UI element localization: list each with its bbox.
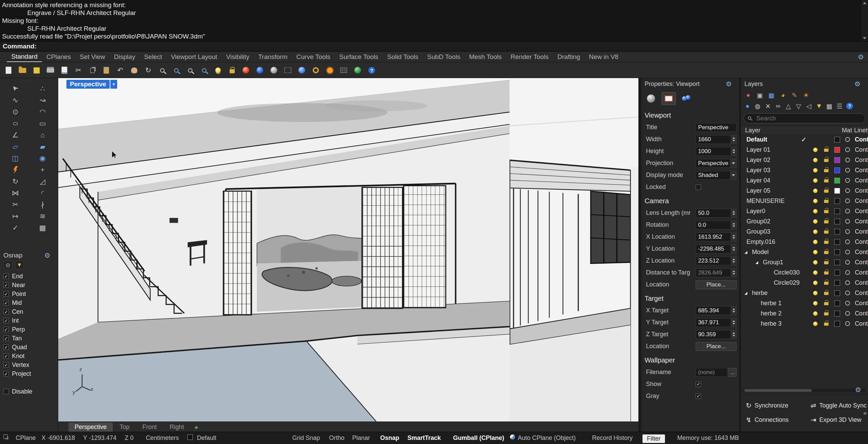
layers-gear-icon[interactable]: ⚙ <box>854 80 861 88</box>
zoom-selected-icon[interactable] <box>198 64 210 76</box>
bulb-icon[interactable] <box>813 281 818 285</box>
osnap-perp[interactable]: ✓Perp <box>0 325 58 334</box>
help-icon[interactable]: ? <box>366 64 377 76</box>
tab-transform[interactable]: Transform <box>254 52 292 62</box>
command-line[interactable]: Command: <box>0 41 868 51</box>
zoom-icon[interactable] <box>156 64 168 76</box>
fillet-tool[interactable]: ◜ <box>29 187 56 199</box>
material-icon[interactable] <box>845 188 850 193</box>
units-pane[interactable]: Centimeters <box>146 434 179 442</box>
bulb-icon[interactable] <box>813 230 818 234</box>
osnap-knot[interactable]: ✓Knot <box>0 352 58 360</box>
bulb-icon[interactable] <box>813 148 818 152</box>
lock-icon[interactable] <box>824 282 828 285</box>
color-swatch[interactable] <box>834 280 840 286</box>
bulb-icon[interactable] <box>813 158 818 162</box>
viewport-title[interactable]: Perspective <box>66 80 110 89</box>
auto-cplane-toggle[interactable]: Auto CPlane (Object) <box>518 434 576 442</box>
connections-button[interactable]: ↯Connections <box>746 416 810 424</box>
tab-viewport-layout[interactable]: Viewport Layout <box>167 52 222 62</box>
rotate-tool[interactable]: ↻ <box>2 176 29 187</box>
zoom-window-icon[interactable] <box>170 64 182 76</box>
osnap-quad[interactable]: ✓Quad <box>0 343 58 352</box>
target-z-input[interactable]: 90.359 <box>696 330 737 339</box>
check-tool[interactable]: ✓ <box>2 222 29 234</box>
new-sublayer-icon[interactable]: ◍ <box>753 101 762 111</box>
material-icon[interactable] <box>845 229 850 234</box>
bulb-icon[interactable] <box>813 168 818 173</box>
color-swatch[interactable] <box>834 157 840 163</box>
viewport-tab-perspective[interactable]: Perspective <box>68 423 113 432</box>
wallpaper-browse-button[interactable]: ... <box>728 368 737 377</box>
material-icon[interactable] <box>845 198 850 203</box>
material-icon[interactable] <box>845 270 850 275</box>
color-swatch[interactable] <box>834 290 840 296</box>
layer-row[interactable]: Group02Continuous <box>741 217 868 227</box>
material-icon[interactable] <box>845 311 850 316</box>
tab-solid-tools[interactable]: Solid Tools <box>383 52 423 62</box>
record-history-toggle[interactable]: Record History <box>592 434 633 442</box>
lock-icon[interactable] <box>824 149 828 152</box>
toggle-auto-sync-button[interactable]: ⇌Toggle Auto Sync <box>810 401 867 410</box>
expand-icon[interactable]: ◢ <box>744 250 747 254</box>
osnap-near[interactable]: ✓Near <box>0 281 58 290</box>
tab-curve-tools[interactable]: Curve Tools <box>292 52 335 62</box>
rotate-view-icon[interactable]: ↻ <box>142 64 154 76</box>
color-swatch[interactable] <box>834 300 840 306</box>
polyline-tool[interactable]: ∠ <box>2 129 29 141</box>
layer-row[interactable]: Layer 01Continuous <box>741 145 868 155</box>
lock-icon[interactable] <box>824 190 828 193</box>
mirror-tool[interactable]: ⋈ <box>2 187 29 199</box>
layer-row[interactable]: Layer 05Continuous <box>741 186 868 196</box>
color-swatch[interactable] <box>834 188 840 194</box>
layer-row[interactable]: Layer0Continuous <box>741 206 868 217</box>
sun-icon[interactable]: ☀ <box>801 90 811 100</box>
light-icon[interactable] <box>212 64 224 76</box>
layer-row[interactable]: Circle030Continuous <box>741 268 868 278</box>
hatch-tool[interactable]: ▩ <box>29 222 56 234</box>
menubar-gear-icon[interactable]: ⚙ <box>858 53 864 61</box>
target-x-input[interactable]: 685.394 <box>696 306 737 315</box>
smarttrack-toggle[interactable]: SmartTrack <box>407 434 441 442</box>
projection-select[interactable]: Perspective <box>696 159 737 168</box>
osnap-point[interactable]: ✓Point <box>0 290 58 298</box>
layer-group-row[interactable]: ◢Group1Continuous <box>741 257 868 268</box>
object-properties-tab-icon[interactable] <box>644 92 658 105</box>
viewport-tab-front[interactable]: Front <box>136 423 163 432</box>
more-chevrons[interactable]: » <box>863 410 867 417</box>
layer-row[interactable]: Layer 03Continuous <box>741 165 868 176</box>
osnap-toggle[interactable]: Osnap <box>380 434 399 442</box>
viewport[interactable]: Perspective ▼ z y x Perspective Top Fron… <box>58 78 638 432</box>
point-tool[interactable]: ∴ <box>29 83 56 94</box>
bulb-icon[interactable] <box>813 311 818 316</box>
select-objects-icon[interactable]: ∞ <box>774 101 782 111</box>
color-swatch[interactable] <box>834 270 840 276</box>
layer-row[interactable]: Layer 02Continuous <box>741 155 868 165</box>
help-icon[interactable]: ? <box>846 103 853 109</box>
tab-cplanes[interactable]: CPlanes <box>42 52 75 62</box>
scale-tool[interactable]: ◿ <box>29 176 56 187</box>
material-icon[interactable] <box>845 137 850 142</box>
layer-row[interactable]: Empty.016Continuous <box>741 237 868 247</box>
rotation-input[interactable]: 0.0 <box>696 221 737 230</box>
bulb-icon[interactable] <box>813 219 818 224</box>
interpcrv-tool[interactable]: ↝ <box>29 94 56 106</box>
lock-icon[interactable] <box>226 64 238 76</box>
tab-visibility[interactable]: Visibility <box>222 52 254 62</box>
layout-icon[interactable] <box>3 434 7 439</box>
tab-standard[interactable]: Standard <box>7 52 42 62</box>
sphere-tool[interactable]: ◉ <box>29 152 56 164</box>
collapse-icon[interactable]: ◁ <box>804 101 813 111</box>
bulb-icon[interactable] <box>813 270 818 275</box>
osnap-cen[interactable]: ✓Cen <box>0 307 58 316</box>
wallpaper-show-checkbox[interactable]: ✓ <box>696 382 701 387</box>
layer-row[interactable]: herbe 2Continuous <box>741 309 868 319</box>
color-swatch[interactable] <box>834 219 840 224</box>
viewport-tab-top[interactable]: Top <box>113 423 136 432</box>
planar-toggle[interactable]: Planar <box>352 434 370 442</box>
width-input[interactable]: 1660 <box>696 135 737 144</box>
material-icon[interactable] <box>845 209 850 213</box>
viewport-tab-right[interactable]: Right <box>164 423 190 432</box>
viewport-scene[interactable]: Perspective ▼ z y x <box>58 78 638 421</box>
bulb-icon[interactable] <box>813 189 818 193</box>
